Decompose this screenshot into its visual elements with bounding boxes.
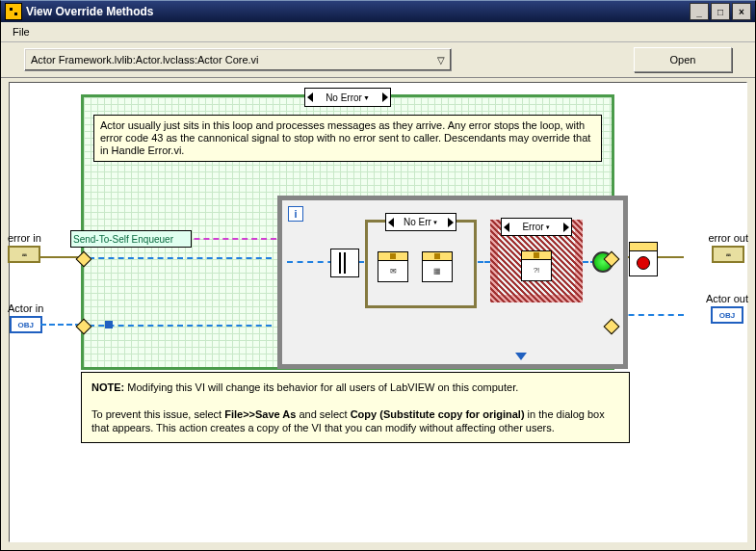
case-next-icon[interactable]: [448, 218, 454, 227]
stop-subvi[interactable]: [629, 242, 658, 276]
wire: [40, 324, 81, 326]
wire: [40, 256, 81, 258]
stop-icon: [637, 256, 650, 270]
window-title: View Override Methods: [26, 5, 154, 18]
menu-file[interactable]: File: [7, 24, 36, 39]
terminal-error-in[interactable]: error in ⎓: [8, 232, 41, 263]
tunnel: [76, 319, 92, 335]
case-selector-outer[interactable]: No Error: [304, 88, 391, 107]
app-icon: [5, 3, 22, 20]
wire: [89, 257, 272, 259]
diagram-panel: error in ⎓ Actor in OBJ error out ⎓ Acto…: [9, 82, 747, 542]
case-next-icon[interactable]: [563, 223, 569, 232]
svg-rect-2: [14, 13, 17, 15]
subvi-node[interactable]: ✉: [378, 251, 408, 282]
subvi-node[interactable]: ▦: [422, 251, 453, 282]
terminal-error-out[interactable]: error out ⎓: [708, 232, 748, 263]
case-next-icon[interactable]: [382, 92, 388, 102]
svg-rect-1: [10, 8, 13, 11]
shift-register-icon[interactable]: [515, 353, 527, 360]
dequeue-node[interactable]: [330, 249, 359, 277]
toolbar: Actor Framework.lvlib:Actor.lvclass:Acto…: [1, 42, 755, 78]
tunnel: [76, 251, 92, 268]
dropdown-icon: ▽: [437, 55, 445, 66]
while-loop[interactable]: No Err ✉ ▦: [277, 196, 628, 369]
note-prefix: NOTE:: [91, 381, 124, 393]
note-box[interactable]: NOTE: Modifying this VI will change its …: [81, 372, 630, 443]
maximize-button[interactable]: □: [711, 3, 730, 20]
case-structure-noerr[interactable]: No Err ✉ ▦: [365, 220, 477, 308]
minimize-button[interactable]: _: [690, 3, 709, 20]
subvi-node[interactable]: ?!: [521, 250, 552, 281]
wire: [89, 325, 272, 327]
terminal-actor-out[interactable]: Actor out OBJ: [706, 293, 748, 324]
case-structure-err[interactable]: Error ?!: [490, 220, 583, 302]
titlebar: View Override Methods _ □ ×: [1, 1, 755, 22]
wire-junction: [105, 321, 113, 328]
open-button[interactable]: Open: [634, 47, 732, 72]
vi-selector-combo[interactable]: Actor Framework.lvlib:Actor.lvclass:Acto…: [24, 48, 452, 71]
block-diagram[interactable]: error in ⎓ Actor in OBJ error out ⎓ Acto…: [10, 83, 746, 541]
send-to-self-enqueuer-label[interactable]: Send-To-Self Enqueuer: [70, 230, 192, 248]
terminal-actor-in[interactable]: Actor in OBJ: [8, 302, 43, 333]
case-selector-noerr[interactable]: No Err: [385, 213, 456, 231]
menubar: File: [1, 22, 755, 42]
comment-box[interactable]: Actor usually just sits in this loop and…: [93, 115, 602, 162]
vi-selector-value: Actor Framework.lvlib:Actor.lvclass:Acto…: [31, 54, 259, 66]
close-button[interactable]: ×: [732, 3, 751, 20]
window: View Override Methods _ □ × File Actor F…: [0, 0, 756, 551]
case-selector-err[interactable]: Error: [501, 218, 572, 236]
